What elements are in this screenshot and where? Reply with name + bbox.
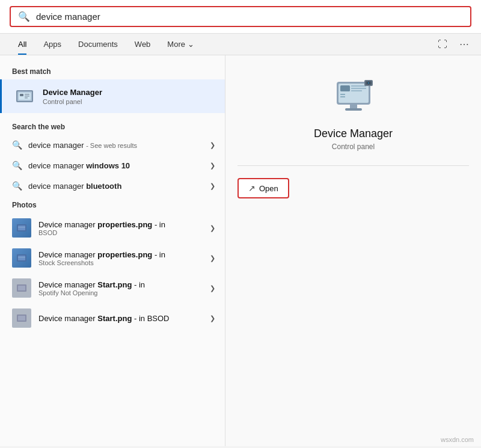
nav-right-actions: ⛶ ⋯: [435, 36, 471, 52]
svg-rect-22: [351, 85, 366, 87]
tab-apps[interactable]: Apps: [35, 34, 70, 55]
tab-documents[interactable]: Documents: [70, 34, 126, 55]
open-icon: ↗: [248, 183, 256, 193]
svg-rect-20: [340, 94, 345, 95]
search-input[interactable]: [36, 11, 463, 22]
photo-thumb-3: [12, 278, 31, 298]
watermark: wsxdn.com: [441, 436, 474, 443]
web-search-item-3[interactable]: 🔍 device manager bluetooth ❯: [0, 176, 225, 196]
chevron-right-photo-2: ❯: [210, 254, 215, 262]
best-match-info: Device Manager Control panel: [43, 88, 102, 105]
svg-rect-25: [350, 105, 357, 108]
photo-thumb-1: [12, 218, 31, 238]
web-search-item-1[interactable]: 🔍 device manager - See web results ❯: [0, 135, 225, 155]
chevron-down-icon: ⌄: [188, 40, 194, 49]
photo-item-3[interactable]: Device manager Start.png - in Spotify No…: [0, 273, 225, 303]
svg-rect-21: [340, 96, 345, 97]
tab-more[interactable]: More ⌄: [159, 34, 203, 55]
best-match-item[interactable]: Device Manager Control panel: [0, 79, 225, 113]
svg-rect-11: [18, 256, 25, 260]
search-icon-web-3: 🔍: [12, 181, 22, 191]
detail-subtitle: Control panel: [332, 143, 375, 151]
photo-item-1[interactable]: Device manager properties.png - in BSOD …: [0, 213, 225, 243]
search-bar-container: 🔍: [0, 0, 481, 34]
photo-info-2: Device manager properties.png - in Stock…: [38, 250, 213, 266]
chevron-right-photo-3: ❯: [210, 284, 215, 292]
svg-rect-5: [25, 96, 29, 97]
photo-title-4: Device manager Start.png - in BSOD: [38, 314, 213, 323]
photo-source-2: Stock Screenshots: [38, 259, 213, 266]
photo-info-4: Device manager Start.png - in BSOD: [38, 314, 213, 323]
search-icon-web-2: 🔍: [12, 161, 22, 170]
search-bar: 🔍: [10, 6, 471, 27]
main-content: Best match Device Manager Control panel: [0, 55, 481, 446]
svg-rect-4: [25, 94, 29, 95]
open-label: Open: [259, 184, 278, 193]
svg-rect-16: [18, 316, 25, 321]
detail-divider: [237, 165, 469, 166]
svg-rect-6: [25, 97, 28, 99]
svg-rect-8: [18, 226, 25, 230]
nav-tabs: All Apps Documents Web More ⌄ ⛶ ⋯: [0, 34, 481, 55]
svg-rect-26: [345, 108, 362, 111]
photo-title-1: Device manager properties.png - in: [38, 220, 213, 229]
tab-web[interactable]: Web: [126, 34, 159, 55]
photo-item-4[interactable]: Device manager Start.png - in BSOD ❯: [0, 303, 225, 333]
photo-info-1: Device manager properties.png - in BSOD: [38, 220, 213, 236]
chevron-right-photo-4: ❯: [210, 315, 215, 322]
best-match-label: Best match: [0, 63, 225, 79]
chevron-right-icon-1: ❯: [210, 141, 215, 149]
detail-title: Device Manager: [314, 127, 393, 140]
search-icon-web-1: 🔍: [12, 140, 22, 150]
left-panel: Best match Device Manager Control panel: [0, 55, 225, 446]
open-button[interactable]: ↗ Open: [237, 178, 289, 198]
best-match-title: Device Manager: [43, 88, 102, 97]
right-panel: Device Manager Control panel ↗ Open: [225, 55, 481, 446]
tab-all[interactable]: All: [10, 34, 35, 55]
svg-rect-24: [351, 90, 362, 91]
detail-icon: [332, 79, 375, 119]
search-icon: 🔍: [18, 11, 30, 22]
chevron-right-icon-2: ❯: [210, 162, 215, 170]
svg-rect-3: [20, 94, 23, 96]
device-manager-icon: [14, 85, 35, 107]
photo-item-2[interactable]: Device manager properties.png - in Stock…: [0, 243, 225, 273]
share-icon[interactable]: ⛶: [435, 37, 450, 52]
svg-rect-14: [18, 286, 25, 290]
chevron-right-icon-3: ❯: [210, 182, 215, 190]
more-options-icon[interactable]: ⋯: [457, 36, 471, 52]
web-search-text-2: device manager windows 10: [28, 161, 213, 170]
web-search-text-3: device manager bluetooth: [28, 182, 213, 191]
photo-thumb-2: [12, 248, 31, 268]
svg-rect-23: [351, 88, 366, 89]
photo-source-3: Spotify Not Opening: [38, 289, 213, 296]
svg-rect-19: [340, 85, 350, 91]
web-search-label: Search the web: [0, 118, 225, 135]
chevron-right-photo-1: ❯: [210, 224, 215, 232]
photo-title-3: Device manager Start.png - in: [38, 280, 213, 289]
photo-source-1: BSOD: [38, 229, 213, 236]
best-match-subtitle: Control panel: [43, 98, 102, 105]
action-buttons: ↗ Open: [237, 178, 469, 198]
photos-label: Photos: [0, 196, 225, 213]
photo-thumb-4: [12, 308, 31, 328]
web-search-text-1: device manager - See web results: [28, 141, 213, 150]
svg-point-30: [368, 82, 369, 84]
web-search-item-2[interactable]: 🔍 device manager windows 10 ❯: [0, 155, 225, 176]
photo-info-3: Device manager Start.png - in Spotify No…: [38, 280, 213, 296]
photo-title-2: Device manager properties.png - in: [38, 250, 213, 259]
